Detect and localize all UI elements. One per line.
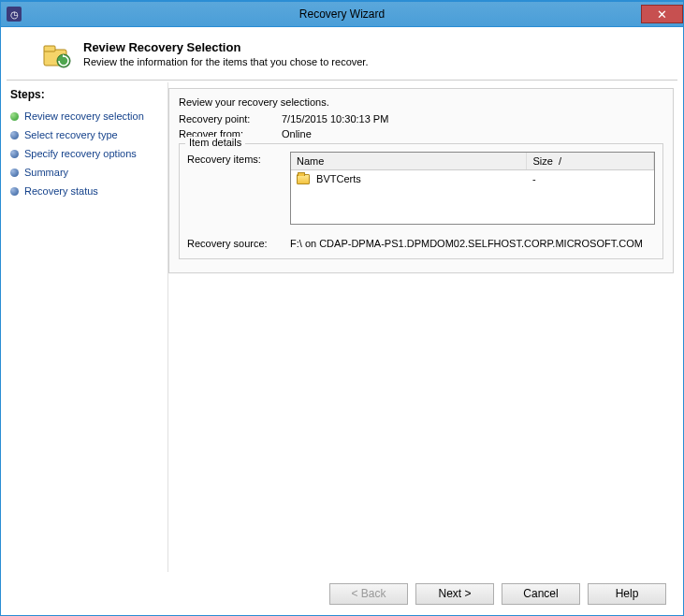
step-bullet-current-icon <box>10 112 19 121</box>
recovery-wizard-window: ◷ Recovery Wizard ✕ Review Recovery Sele… <box>0 0 684 616</box>
item-name: BVTCerts <box>316 173 361 184</box>
step-label: Summary <box>24 167 68 178</box>
wizard-button-bar: < Back Next > Cancel Help <box>1 572 683 615</box>
recovery-items-label: Recovery items: <box>187 152 290 225</box>
item-details-legend: Item details <box>185 137 245 148</box>
step-select-recovery-type[interactable]: Select recovery type <box>10 125 160 144</box>
page-title: Review Recovery Selection <box>83 40 368 54</box>
folder-icon <box>297 174 310 184</box>
window-title: Recovery Wizard <box>1 7 683 21</box>
recovery-source-label: Recovery source: <box>187 238 290 249</box>
step-specify-recovery-options[interactable]: Specify recovery options <box>10 144 160 163</box>
page-subtitle: Review the information for the items tha… <box>83 56 368 67</box>
column-header-size[interactable]: Size / <box>527 153 654 169</box>
step-bullet-icon <box>10 169 19 177</box>
content-pane: Review your recovery selections. Recover… <box>168 81 683 572</box>
table-row[interactable]: BVTCerts - <box>291 169 654 187</box>
steps-title: Steps: <box>10 88 160 101</box>
help-button[interactable]: Help <box>588 583 666 605</box>
back-button[interactable]: < Back <box>329 583 408 605</box>
step-recovery-status[interactable]: Recovery status <box>10 182 160 200</box>
item-details-group: Item details Recovery items: Name Size / <box>179 143 663 259</box>
review-box: Review your recovery selections. Recover… <box>168 88 674 273</box>
wizard-header: Review Recovery Selection Review the inf… <box>1 27 683 80</box>
step-label: Select recovery type <box>24 129 118 140</box>
recovery-point-label: Recovery point: <box>179 113 282 125</box>
item-size: - <box>527 169 654 187</box>
titlebar: ◷ Recovery Wizard ✕ <box>1 2 683 27</box>
close-button[interactable]: ✕ <box>641 5 683 23</box>
review-instruction: Review your recovery selections. <box>179 96 663 108</box>
next-button[interactable]: Next > <box>415 583 494 605</box>
step-bullet-icon <box>10 187 19 196</box>
app-icon: ◷ <box>7 7 22 22</box>
step-summary[interactable]: Summary <box>10 163 160 182</box>
recovery-point-value: 7/15/2015 10:30:13 PM <box>282 113 388 125</box>
steps-pane: Steps: Review recovery selection Select … <box>1 81 167 572</box>
step-label: Recovery status <box>24 185 98 197</box>
recovery-items-list[interactable]: Name Size / BVTCerts <box>290 152 655 225</box>
step-label: Specify recovery options <box>24 148 137 159</box>
svg-rect-1 <box>44 46 55 51</box>
step-bullet-icon <box>10 150 19 158</box>
recovery-source-value: F:\ on CDAP-DPMA-PS1.DPMDOM02.SELFHOST.C… <box>290 238 643 249</box>
cancel-button[interactable]: Cancel <box>502 583 580 605</box>
step-review-recovery-selection[interactable]: Review recovery selection <box>10 107 160 125</box>
recover-from-value: Online <box>282 128 312 139</box>
step-bullet-icon <box>10 131 19 139</box>
column-header-name[interactable]: Name <box>291 153 527 169</box>
recovery-header-icon <box>42 40 72 70</box>
step-label: Review recovery selection <box>24 110 144 122</box>
